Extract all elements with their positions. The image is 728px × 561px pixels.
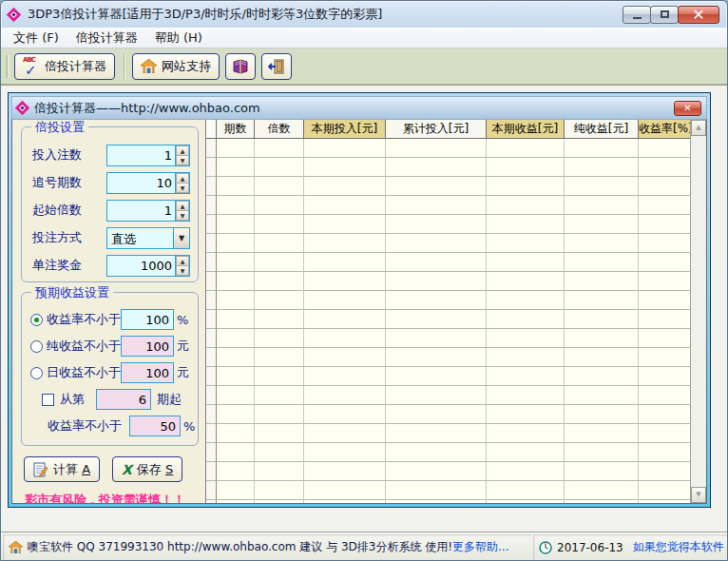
start-multiple-row: 起始倍数1▲▼ xyxy=(32,199,190,222)
bets-count-spin-up-button[interactable]: ▲ xyxy=(176,145,189,155)
vertical-scrollbar[interactable]: ▲ ▼ xyxy=(690,120,706,503)
table-cell xyxy=(255,481,304,500)
daily-profit-option-input[interactable]: 100 xyxy=(121,362,174,383)
row-header-cell xyxy=(206,462,217,481)
table-cell xyxy=(565,367,639,386)
calculate-button[interactable]: 计算 A xyxy=(24,456,100,482)
column-header-3[interactable]: 累计投入[元] xyxy=(386,120,487,139)
row-header-cell xyxy=(206,500,217,503)
bet-type-row: 投注方式直选▼ xyxy=(32,226,190,249)
start-multiple-input[interactable]: 1▲▼ xyxy=(106,200,190,222)
maximize-button[interactable] xyxy=(650,6,679,24)
table-cell xyxy=(217,500,255,503)
column-header-6[interactable]: 收益率[%] xyxy=(639,120,692,139)
table-cell xyxy=(386,500,487,503)
column-header-5[interactable]: 纯收益[元] xyxy=(565,120,639,139)
scroll-down-button[interactable]: ▼ xyxy=(691,487,706,503)
single-prize-input[interactable]: 1000▲▼ xyxy=(106,255,190,277)
single-prize-spin-up-button[interactable]: ▲ xyxy=(176,256,189,265)
bet-type-dropdown[interactable]: 直选▼ xyxy=(106,227,190,249)
menu-item-1[interactable]: 倍投计算器 xyxy=(67,28,146,48)
profit-settings-group: 预期收益设置 收益率不小于100%纯收益不小于100元日收益不小于100元 从第… xyxy=(21,292,199,446)
table-cell xyxy=(639,177,692,196)
table-cell xyxy=(386,234,487,253)
column-header-4[interactable]: 本期收益[元] xyxy=(487,120,565,139)
net-profit-option-radio[interactable] xyxy=(30,340,43,353)
table-cell xyxy=(565,196,639,215)
table-cell xyxy=(304,158,386,177)
chevron-down-icon[interactable]: ▼ xyxy=(173,228,189,248)
table-row xyxy=(206,177,706,196)
table-cell xyxy=(565,215,639,234)
chase-periods-label: 追号期数 xyxy=(32,174,82,191)
close-button[interactable]: ✕ xyxy=(678,6,719,24)
table-cell xyxy=(255,215,304,234)
menu-item-0[interactable]: 文件 (F) xyxy=(5,28,67,48)
column-header-2[interactable]: 本期投入[元] xyxy=(304,120,386,139)
table-row xyxy=(206,139,706,158)
table-cell xyxy=(304,405,386,424)
row-header-cell xyxy=(206,348,217,367)
more-help-link[interactable]: 更多帮助... xyxy=(452,539,508,555)
toolbar-calculator-button[interactable]: ABC✓ 倍投计算器 xyxy=(14,53,115,80)
start-multiple-spin-down-button[interactable]: ▼ xyxy=(176,210,189,221)
table-cell xyxy=(487,310,565,329)
toolbar-website-button[interactable]: 网站支持 xyxy=(132,53,220,80)
from-period-suffix: 期起 xyxy=(157,391,182,408)
single-prize-spin-down-button[interactable]: ▼ xyxy=(176,265,189,276)
table-cell xyxy=(639,443,692,462)
table-cell xyxy=(487,500,565,503)
column-header-0[interactable]: 期数 xyxy=(217,120,255,139)
statusbar-left-panel: 噢宝软件 QQ 371993130 http://www.ohbao.com 建… xyxy=(3,534,531,560)
table-cell xyxy=(565,348,639,367)
calculator-close-button[interactable]: ✕ xyxy=(674,101,701,116)
table-cell xyxy=(255,139,304,158)
table-corner-cell xyxy=(206,120,217,139)
row-header-cell xyxy=(206,329,217,348)
table-cell xyxy=(217,462,255,481)
table-header-row: 期数倍数本期投入[元]累计投入[元]本期收益[元]纯收益[元]收益率[%] xyxy=(206,120,706,139)
toolbar-exit-button[interactable] xyxy=(261,53,292,80)
table-cell xyxy=(304,310,386,329)
table-cell xyxy=(304,329,386,348)
from-period-input[interactable]: 6 xyxy=(96,389,151,410)
rate-option-input[interactable]: 100 xyxy=(121,309,174,330)
net-profit-option-input[interactable]: 100 xyxy=(121,336,174,357)
table-cell xyxy=(255,291,304,310)
table-cell xyxy=(304,177,386,196)
table-cell xyxy=(639,329,692,348)
calculator-diamond-icon xyxy=(15,101,30,116)
start-multiple-spinner: ▲▼ xyxy=(175,201,189,221)
table-cell xyxy=(304,348,386,367)
table-cell xyxy=(386,424,487,443)
table-cell xyxy=(386,177,487,196)
bets-count-label: 投入注数 xyxy=(32,146,82,164)
bets-count-spin-down-button[interactable]: ▼ xyxy=(176,155,189,165)
table-cell xyxy=(255,386,304,405)
chase-periods-spin-up-button[interactable]: ▲ xyxy=(176,173,189,183)
table-cell xyxy=(304,291,386,310)
start-multiple-spin-up-button[interactable]: ▲ xyxy=(176,201,189,210)
minimize-button[interactable] xyxy=(623,6,651,24)
rate-option-radio[interactable] xyxy=(30,314,43,326)
chase-periods-spin-down-button[interactable]: ▼ xyxy=(176,183,189,193)
menu-bar: 文件 (F)倍投计算器帮助 (H) xyxy=(1,28,727,48)
min-rate-input[interactable]: 50 xyxy=(129,416,181,436)
from-period-checkbox[interactable] xyxy=(42,394,54,406)
chase-periods-input[interactable]: 10▲▼ xyxy=(106,172,190,194)
bet-settings-title: 倍投设置 xyxy=(31,120,88,136)
calculate-label: 计算 A xyxy=(53,461,90,478)
menu-item-2[interactable]: 帮助 (H) xyxy=(146,28,211,48)
column-header-1[interactable]: 倍数 xyxy=(255,120,304,139)
table-cell xyxy=(487,329,565,348)
profit-settings-title: 预期收益设置 xyxy=(31,284,113,301)
toolbar-help-book-button[interactable] xyxy=(225,53,256,80)
bets-count-input[interactable]: 1▲▼ xyxy=(106,145,190,166)
table-row xyxy=(206,196,706,215)
table-cell xyxy=(304,253,386,272)
scroll-up-button[interactable]: ▲ xyxy=(691,120,706,136)
feedback-link[interactable]: 如果您觉得本软件 xyxy=(633,539,724,555)
calculator-titlebar[interactable]: 倍投计算器——http://www.ohbao.com ✕ xyxy=(11,96,707,119)
daily-profit-option-radio[interactable] xyxy=(30,367,43,379)
save-button[interactable]: X 保存 S xyxy=(112,456,182,482)
